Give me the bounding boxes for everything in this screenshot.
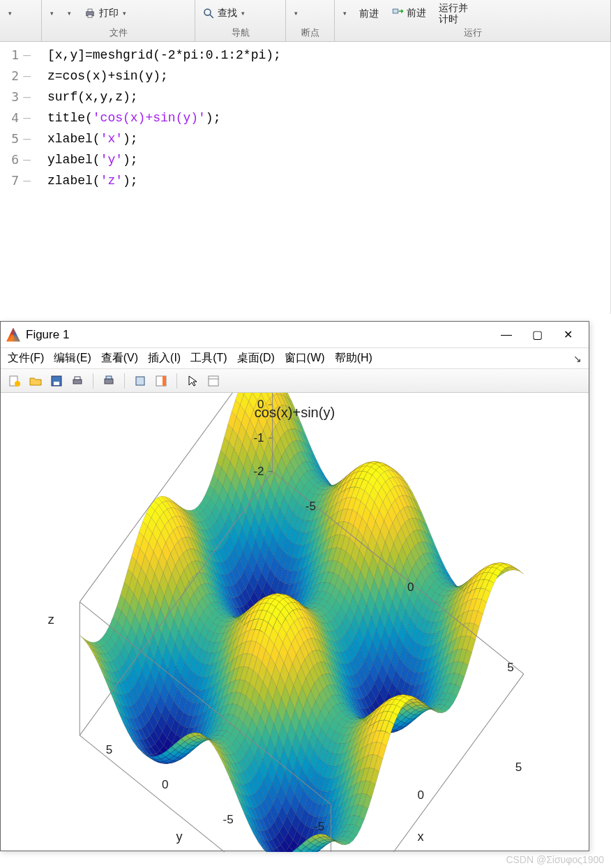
- colorbar-button[interactable]: [153, 373, 169, 389]
- ribbon-dd-3[interactable]: ▾: [63, 8, 74, 18]
- minimize-button[interactable]: —: [491, 324, 522, 345]
- svg-rect-13: [106, 376, 112, 379]
- save-button[interactable]: [48, 373, 65, 389]
- svg-rect-16: [163, 376, 166, 386]
- figure-menubar: 文件(F)编辑(E)查看(V)插入(I)工具(T)桌面(D)窗口(W)帮助(H)…: [1, 348, 589, 369]
- group-nav-label: 导航: [199, 27, 281, 39]
- run-dd-1[interactable]: ▾: [339, 8, 349, 18]
- new-fig-button[interactable]: [6, 373, 23, 389]
- menu-item[interactable]: 插入(I): [148, 351, 181, 366]
- folder-open-icon: [29, 375, 42, 387]
- ribbon-dd-1[interactable]: ▾: [4, 8, 15, 18]
- group-break-label: 断点: [290, 27, 330, 39]
- svg-rect-11: [75, 377, 80, 380]
- svg-rect-14: [136, 377, 144, 385]
- close-button[interactable]: ✕: [552, 324, 583, 345]
- pointer-button[interactable]: [184, 373, 201, 389]
- svg-rect-1: [88, 9, 92, 12]
- menu-item[interactable]: 窗口(W): [285, 351, 325, 366]
- run-advance-label: 前进: [359, 8, 379, 19]
- svg-point-7: [15, 381, 20, 387]
- run-advance-button[interactable]: 前进: [356, 6, 382, 20]
- svg-text:y: y: [176, 830, 182, 844]
- menu-item[interactable]: 编辑(E): [54, 351, 91, 366]
- figure-title: Figure 1: [26, 328, 69, 342]
- step-icon: [391, 7, 404, 20]
- svg-text:-2: -2: [253, 465, 264, 478]
- line-gutter: 1—2—3—4—5—6—7—: [0, 42, 33, 314]
- menu-item[interactable]: 工具(T): [190, 351, 227, 366]
- print-preview-button[interactable]: [100, 373, 117, 389]
- step-fwd-label: 前进: [407, 7, 426, 20]
- code-area[interactable]: [x,y]=meshgrid(-2*pi:0.1:2*pi);z=cos(x)+…: [33, 42, 610, 314]
- new-doc-icon: [8, 375, 21, 387]
- svg-text:0: 0: [417, 788, 423, 802]
- datacursor-button[interactable]: [132, 373, 149, 389]
- figure-window: Figure 1 — ▢ ✕ 文件(F)编辑(E)查看(V)插入(I)工具(T)…: [0, 321, 589, 851]
- code-editor[interactable]: 1—2—3—4—5—6—7— [x,y]=meshgrid(-2*pi:0.1:…: [0, 42, 611, 314]
- panel-icon: [207, 375, 220, 387]
- svg-text:5: 5: [106, 743, 112, 756]
- colorbar-icon: [155, 375, 167, 387]
- ribbon-dd-2[interactable]: ▾: [46, 8, 56, 18]
- rect-icon: [134, 375, 146, 387]
- svg-rect-10: [73, 380, 82, 384]
- find-label: 查找: [218, 7, 237, 20]
- menu-item[interactable]: 帮助(H): [335, 351, 372, 366]
- figure-toolbar: [1, 369, 589, 393]
- svg-rect-9: [54, 382, 59, 385]
- group-run-label: 运行: [339, 27, 606, 39]
- svg-text:-5: -5: [223, 813, 234, 826]
- svg-text:0: 0: [162, 778, 168, 791]
- menu-item[interactable]: 桌面(D): [237, 351, 275, 366]
- print-button[interactable]: 打印 ▾: [81, 6, 129, 21]
- ribbon: ▾ ▾ ▾ 打印 ▾ 文件 查找 ▾ 导航 ▾ 断点 ▾: [0, 0, 611, 42]
- run-time-label: 运行并 计时: [439, 2, 468, 24]
- print-preview-icon: [103, 375, 115, 387]
- svg-text:-5: -5: [306, 500, 316, 513]
- svg-text:-1: -1: [253, 431, 264, 444]
- watermark: CSDN @Σίσυφος1900: [506, 854, 604, 865]
- svg-text:-5: -5: [314, 820, 324, 833]
- menu-item[interactable]: 文件(F): [8, 351, 44, 366]
- print-fig-button[interactable]: [69, 373, 86, 389]
- svg-text:x: x: [418, 830, 424, 844]
- find-button[interactable]: 查找 ▾: [199, 6, 248, 21]
- svg-text:5: 5: [515, 761, 522, 774]
- menu-item[interactable]: 查看(V): [101, 351, 138, 366]
- svg-text:5: 5: [507, 661, 513, 674]
- open-button[interactable]: [27, 373, 44, 389]
- svg-text:cos(x)+sin(y): cos(x)+sin(y): [255, 405, 335, 420]
- svg-rect-2: [88, 15, 92, 17]
- breakpoints-dd[interactable]: ▾: [290, 8, 301, 18]
- svg-line-4: [210, 15, 213, 18]
- svg-rect-17: [209, 376, 218, 386]
- maximize-button[interactable]: ▢: [522, 324, 552, 345]
- print-label: 打印: [99, 7, 119, 20]
- group-file-label: 文件: [46, 27, 190, 39]
- group-spacer: [4, 27, 37, 39]
- figure-canvas[interactable]: -2-1012-50550-5-505zyxcos(x)+sin(y): [1, 393, 589, 851]
- printer-icon: [84, 7, 96, 20]
- svg-marker-1679: [80, 635, 88, 643]
- svg-text:z: z: [48, 613, 54, 627]
- step-fwd-button[interactable]: 前进: [389, 6, 429, 21]
- svg-text:0: 0: [407, 581, 414, 594]
- cursor-icon: [186, 375, 199, 387]
- dock-icon[interactable]: ↘: [573, 353, 582, 364]
- search-icon: [202, 7, 215, 20]
- surface-plot: -2-1012-50550-5-505zyxcos(x)+sin(y): [1, 393, 589, 852]
- svg-point-3: [204, 9, 211, 15]
- save-icon: [50, 375, 63, 387]
- figure-titlebar[interactable]: Figure 1 — ▢ ✕: [1, 322, 589, 348]
- run-time-button[interactable]: 运行并 计时: [436, 1, 471, 26]
- printer-icon: [71, 375, 84, 387]
- matlab-icon: [6, 328, 20, 342]
- ploteditor-button[interactable]: [205, 373, 222, 389]
- svg-rect-5: [393, 9, 398, 13]
- svg-rect-12: [105, 379, 113, 384]
